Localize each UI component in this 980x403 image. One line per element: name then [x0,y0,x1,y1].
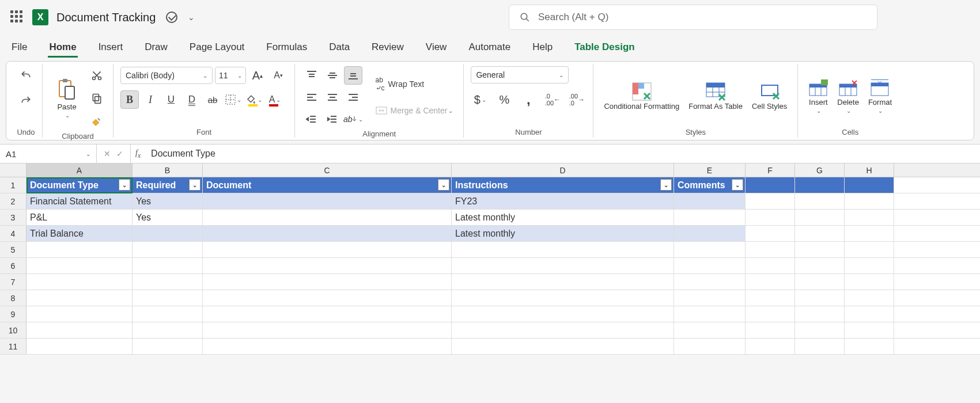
cell[interactable] [746,306,795,322]
cell[interactable] [674,193,746,209]
row-header-4[interactable]: 4 [0,226,27,241]
cell[interactable] [795,322,845,338]
cell[interactable] [674,258,746,273]
tab-help[interactable]: Help [531,38,554,58]
align-bottom-button[interactable] [344,66,362,85]
undo-button[interactable] [17,66,35,85]
row-header-9[interactable]: 9 [0,306,27,322]
merge-center-button[interactable]: Merge & Center ⌄ [372,101,457,120]
cell[interactable] [133,226,203,241]
cell[interactable] [746,258,795,273]
cell[interactable] [203,306,452,322]
cell[interactable] [203,322,452,338]
row-header-6[interactable]: 6 [0,258,27,273]
cell[interactable] [27,322,133,338]
cell[interactable] [203,339,452,354]
filter-icon[interactable]: ⌄ [732,179,743,191]
cell[interactable] [795,258,845,273]
cell[interactable] [674,306,746,322]
tab-home[interactable]: Home [48,38,77,58]
tab-view[interactable]: View [425,38,448,58]
cell[interactable] [203,242,452,257]
cell[interactable] [845,274,894,290]
cell[interactable] [203,290,452,306]
cut-button[interactable] [88,66,106,85]
formula-input[interactable]: Document Type [145,149,980,159]
tab-formulas[interactable]: Formulas [265,38,308,58]
cell[interactable] [203,274,452,290]
cell[interactable] [133,322,203,338]
cell[interactable] [845,242,894,257]
title-dropdown-icon[interactable]: ⌄ [188,13,195,22]
cell[interactable] [795,290,845,306]
col-header-H[interactable]: H [845,164,894,177]
table-header-required[interactable]: Required⌄ [133,177,203,193]
decrease-decimal-button[interactable]: .00.0→ [567,90,586,109]
underline-button[interactable]: U [162,90,180,109]
cell[interactable] [674,242,746,257]
cell[interactable] [133,274,203,290]
search-input[interactable]: Search (Alt + Q) [509,5,877,30]
cell[interactable] [795,306,845,322]
increase-decimal-button[interactable]: .0.00← [543,90,562,109]
cell[interactable] [845,177,894,193]
cell[interactable] [27,339,133,354]
filter-icon[interactable]: ⌄ [438,179,449,191]
row-header-8[interactable]: 8 [0,290,27,306]
cell[interactable] [795,339,845,354]
double-underline-button[interactable]: D [183,90,201,109]
app-launcher-icon[interactable] [10,10,24,24]
cell[interactable] [746,274,795,290]
table-header-comments[interactable]: Comments⌄ [674,177,746,193]
cell[interactable] [795,226,845,241]
col-header-F[interactable]: F [746,164,795,177]
col-header-C[interactable]: C [203,164,452,177]
cell[interactable]: Yes [133,193,203,209]
fx-icon[interactable]: fx [131,149,145,159]
table-header-document-type[interactable]: Document Type⌄ [27,177,133,193]
bold-button[interactable]: B [120,90,139,109]
cell[interactable]: P&L [27,210,133,225]
cell[interactable] [746,339,795,354]
increase-indent-button[interactable] [323,110,341,128]
cell[interactable] [27,274,133,290]
cell[interactable] [203,226,452,241]
cell[interactable]: Yes [133,210,203,225]
tab-insert[interactable]: Insert [97,38,124,58]
cell[interactable] [795,242,845,257]
cell[interactable] [203,258,452,273]
row-header-1[interactable]: 1 [0,177,27,193]
row-header-5[interactable]: 5 [0,242,27,257]
filter-icon[interactable]: ⌄ [189,179,200,191]
cell[interactable] [845,322,894,338]
italic-button[interactable]: I [141,90,160,109]
comma-format-button[interactable]: , [519,90,538,109]
table-header-instructions[interactable]: Instructions⌄ [452,177,674,193]
cell[interactable]: Financial Statement [27,193,133,209]
cell[interactable] [674,226,746,241]
fill-color-button[interactable]: ⌄ [245,90,263,109]
cell[interactable] [746,322,795,338]
cell[interactable] [452,258,674,273]
orientation-button[interactable]: ab⌄ [343,110,363,128]
row-header-2[interactable]: 2 [0,193,27,209]
cell[interactable] [674,322,746,338]
cell[interactable] [845,193,894,209]
filter-icon[interactable]: ⌄ [119,179,130,191]
cell[interactable] [746,177,795,193]
borders-button[interactable]: ⌄ [224,90,243,109]
decrease-indent-button[interactable] [302,110,320,128]
select-all-corner[interactable] [0,164,27,177]
accounting-format-button[interactable]: $⌄ [471,90,489,109]
cancel-formula-icon[interactable]: ✕ [104,149,111,158]
cell[interactable] [746,226,795,241]
paste-button[interactable]: Paste ⌄ [50,76,84,121]
row-header-7[interactable]: 7 [0,274,27,290]
grow-font-button[interactable]: A▴ [248,66,267,85]
tab-draw[interactable]: Draw [143,38,169,58]
enter-formula-icon[interactable]: ✓ [116,149,123,158]
filter-icon[interactable]: ⌄ [660,179,672,191]
cell[interactable] [795,177,845,193]
cell[interactable] [27,242,133,257]
row-header-3[interactable]: 3 [0,210,27,225]
